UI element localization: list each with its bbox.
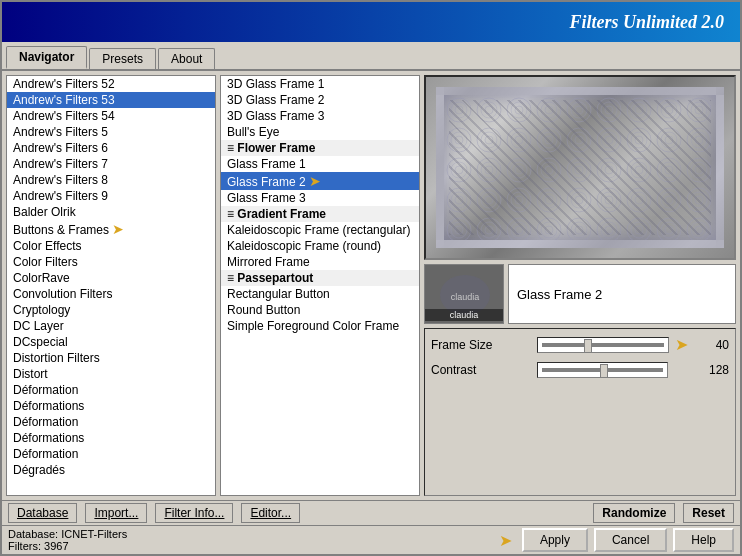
thumbnail-row: claudia claudia Glass Frame 2 <box>424 264 736 324</box>
list-item[interactable]: Andrew's Filters 5 <box>7 124 215 140</box>
list-item[interactable]: Distortion Filters <box>7 350 215 366</box>
import-button[interactable]: Import... <box>85 503 147 523</box>
list-item[interactable]: Dégradés <box>7 462 215 478</box>
param-slider-framesize[interactable] <box>537 337 669 353</box>
middle-list-section-gradient[interactable]: Gradient Frame <box>221 206 419 222</box>
status-bar: Database: ICNET-Filters Filters: 3967 ➤ … <box>2 525 740 554</box>
main-content: Andrew's Filters 52 Andrew's Filters 53 … <box>2 71 740 500</box>
randomize-button[interactable]: Randomize <box>593 503 675 523</box>
param-row-contrast: Contrast 128 <box>431 362 729 378</box>
tab-presets[interactable]: Presets <box>89 48 156 69</box>
middle-list-item[interactable]: Glass Frame 3 <box>221 190 419 206</box>
list-item[interactable]: Andrew's Filters 9 <box>7 188 215 204</box>
middle-list-section-flower[interactable]: Flower Frame <box>221 140 419 156</box>
title-bar-text: Filters Unlimited 2.0 <box>569 12 724 33</box>
middle-list-item[interactable]: 3D Glass Frame 1 <box>221 76 419 92</box>
list-item-af53[interactable]: Andrew's Filters 53 <box>7 92 215 108</box>
tab-about[interactable]: About <box>158 48 215 69</box>
list-item[interactable]: Déformations <box>7 398 215 414</box>
svg-rect-3 <box>444 95 716 240</box>
list-item[interactable]: Cryptology <box>7 302 215 318</box>
preview-area <box>424 75 736 260</box>
preview-image <box>426 77 734 258</box>
list-item-buttons-frames[interactable]: Buttons & Frames ➤ <box>7 220 215 238</box>
list-item[interactable]: Andrew's Filters 54 <box>7 108 215 124</box>
middle-list-item[interactable]: Glass Frame 1 <box>221 156 419 172</box>
list-item[interactable]: Andrew's Filters 52 <box>7 76 215 92</box>
cancel-button[interactable]: Cancel <box>594 528 667 552</box>
middle-list-item[interactable]: 3D Glass Frame 3 <box>221 108 419 124</box>
param-row-empty1 <box>431 386 729 402</box>
middle-list-item-simple-foreground[interactable]: Simple Foreground Color Frame <box>221 318 419 334</box>
middle-panel: 3D Glass Frame 1 3D Glass Frame 2 3D Gla… <box>220 75 420 496</box>
list-item[interactable]: Andrew's Filters 6 <box>7 140 215 156</box>
svg-text:claudia: claudia <box>451 292 480 302</box>
list-item[interactable]: Balder Olrik <box>7 204 215 220</box>
list-item[interactable]: Déformation <box>7 446 215 462</box>
params-area: Frame Size ➤ 40 Contrast 128 <box>424 328 736 496</box>
filter-info-button[interactable]: Filter Info... <box>155 503 233 523</box>
title-bar: Filters Unlimited 2.0 <box>2 2 740 42</box>
param-value-contrast: 128 <box>694 363 729 377</box>
help-button[interactable]: Help <box>673 528 734 552</box>
status-database-text: Database: ICNET-Filters <box>8 528 127 540</box>
param-value-framesize: 40 <box>694 338 729 352</box>
list-item[interactable]: Andrew's Filters 7 <box>7 156 215 172</box>
list-item[interactable]: ColorRave <box>7 270 215 286</box>
middle-list-item-round-btn[interactable]: Round Button <box>221 302 419 318</box>
list-item[interactable]: Convolution Filters <box>7 286 215 302</box>
apply-arrow-icon: ➤ <box>499 531 512 550</box>
middle-list-item-rectangular-btn[interactable]: Rectangular Button <box>221 286 419 302</box>
list-item-color-filters[interactable]: Color Filters <box>7 254 215 270</box>
list-item[interactable]: Andrew's Filters 8 <box>7 172 215 188</box>
middle-list[interactable]: 3D Glass Frame 1 3D Glass Frame 2 3D Gla… <box>221 76 419 495</box>
middle-list-item[interactable]: Bull's Eye <box>221 124 419 140</box>
right-panel: claudia claudia Glass Frame 2 Frame Size <box>424 75 736 496</box>
param-label-framesize: Frame Size <box>431 338 531 352</box>
list-item[interactable]: Déformation <box>7 414 215 430</box>
middle-list-section-passepartout[interactable]: Passepartout <box>221 270 419 286</box>
status-database: Database: ICNET-Filters Filters: 3967 <box>8 528 127 552</box>
param-label-contrast: Contrast <box>431 363 531 377</box>
thumbnail-box: claudia claudia <box>424 264 504 324</box>
filter-name-display: Glass Frame 2 <box>508 264 736 324</box>
reset-button[interactable]: Reset <box>683 503 734 523</box>
status-filters-text: Filters: 3967 <box>8 540 127 552</box>
list-item[interactable]: DCspecial <box>7 334 215 350</box>
action-buttons: ➤ Apply Cancel Help <box>499 528 734 552</box>
param-row-empty2 <box>431 410 729 426</box>
middle-list-item-mirrored[interactable]: Mirrored Frame <box>221 254 419 270</box>
left-list[interactable]: Andrew's Filters 52 Andrew's Filters 53 … <box>7 76 215 495</box>
list-item[interactable]: Déformations <box>7 430 215 446</box>
list-item[interactable]: DC Layer <box>7 318 215 334</box>
main-window: Filters Unlimited 2.0 Navigator Presets … <box>0 0 742 556</box>
editor-button[interactable]: Editor... <box>241 503 300 523</box>
middle-list-item[interactable]: 3D Glass Frame 2 <box>221 92 419 108</box>
middle-list-item-kaleidoscopic-round[interactable]: Kaleidoscopic Frame (round) <box>221 238 419 254</box>
param-slider-contrast[interactable] <box>537 362 668 378</box>
apply-button[interactable]: Apply <box>522 528 588 552</box>
list-item-deformation[interactable]: Déformation <box>7 382 215 398</box>
tabs-bar: Navigator Presets About <box>2 42 740 71</box>
param-row-framesize: Frame Size ➤ 40 <box>431 335 729 354</box>
left-panel: Andrew's Filters 52 Andrew's Filters 53 … <box>6 75 216 496</box>
middle-list-item-kaleidoscopic-rect[interactable]: Kaleidoscopic Frame (rectangular) <box>221 222 419 238</box>
param-arrow-framesize: ➤ <box>675 335 688 354</box>
list-item[interactable]: Distort <box>7 366 215 382</box>
tab-navigator[interactable]: Navigator <box>6 46 87 69</box>
thumbnail-label: claudia <box>425 309 503 321</box>
middle-list-item-glassframe2[interactable]: Glass Frame 2 ➤ <box>221 172 419 190</box>
bottom-toolbar: Database Import... Filter Info... Editor… <box>2 500 740 525</box>
database-button[interactable]: Database <box>8 503 77 523</box>
preview-inner <box>436 87 724 248</box>
list-item-color-effects[interactable]: Color Effects <box>7 238 215 254</box>
